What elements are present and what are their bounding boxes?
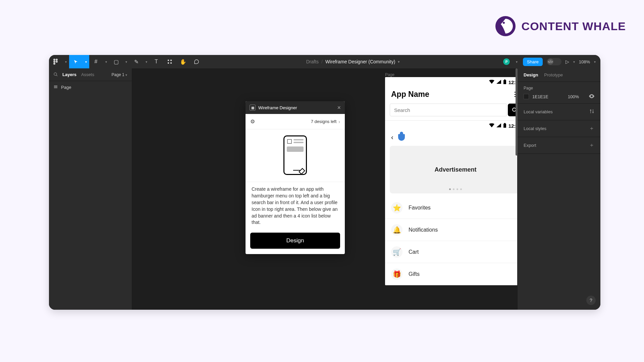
present-caret-icon[interactable]: ▾ — [573, 60, 575, 64]
tab-layers[interactable]: Layers — [62, 72, 76, 77]
star-icon: ⭐ — [391, 202, 402, 214]
plugin-prompt-text[interactable]: Create a wireframe for an app with hambu… — [246, 182, 345, 231]
dev-mode-icon: </> — [547, 59, 553, 65]
svg-rect-21 — [504, 123, 505, 124]
svg-rect-8 — [170, 60, 172, 61]
signal-icon — [496, 79, 501, 85]
close-icon[interactable]: × — [337, 104, 341, 111]
design-button[interactable]: Design — [250, 233, 340, 249]
share-button[interactable]: Share — [523, 58, 543, 66]
tab-assets[interactable]: Assets — [81, 72, 94, 77]
svg-rect-20 — [503, 124, 506, 128]
background-color-row[interactable]: 1E1E1E 100% — [524, 94, 594, 99]
plus-icon[interactable]: ＋ — [589, 142, 594, 149]
list-label: Gifts — [409, 271, 420, 277]
breadcrumb-separator: / — [321, 59, 323, 64]
chevron-right-icon[interactable]: › — [338, 119, 340, 124]
gift-icon: 🎁 — [391, 268, 402, 280]
eye-icon[interactable] — [589, 94, 594, 99]
sliders-icon[interactable] — [590, 109, 594, 115]
top-toolbar: ▾ ▾ # ▾ ▢ ▾ ✎ ▾ T ✋ Drafts / Wireframe D… — [49, 55, 600, 68]
avatar-caret-icon[interactable]: ▾ — [514, 55, 519, 68]
designs-remaining: 7 designs left — [311, 119, 337, 124]
resources-tool-icon[interactable] — [163, 55, 176, 68]
present-icon[interactable]: ▷ — [566, 59, 569, 64]
shape-caret-icon[interactable]: ▾ — [123, 55, 129, 68]
back-icon[interactable]: ‹ — [391, 133, 393, 141]
layer-item-page[interactable]: Page — [49, 81, 132, 93]
wifi-icon — [489, 79, 494, 85]
battery-icon — [503, 79, 506, 85]
color-swatch[interactable] — [524, 94, 529, 99]
status-bar: 12:30 — [385, 77, 517, 87]
svg-point-11 — [54, 73, 57, 75]
color-hex[interactable]: 1E1E1E — [532, 94, 548, 99]
layer-label: Page — [61, 85, 71, 90]
plugin-logo-icon: ▦ — [250, 105, 256, 111]
profile-icon[interactable] — [398, 134, 405, 141]
breadcrumb-file[interactable]: Wireframe Designer (Community) — [325, 59, 395, 64]
svg-rect-5 — [56, 61, 58, 63]
list-item[interactable]: ⭐ Favorites — [385, 197, 517, 219]
plugin-panel: ▦ Wireframe Designer × ⚙ 7 designs left … — [246, 101, 345, 254]
page-layer-icon — [54, 85, 58, 90]
list-label: Notifications — [409, 227, 438, 233]
dev-mode-toggle[interactable]: </> — [547, 58, 561, 65]
help-button[interactable]: ? — [586, 296, 596, 305]
frame-label[interactable]: Page — [385, 72, 394, 77]
page-selector[interactable]: Page 1 ▾ — [112, 72, 127, 77]
list-item[interactable]: 🔔 Notifications — [385, 219, 517, 241]
plus-icon[interactable]: ＋ — [589, 125, 594, 132]
comment-tool-icon[interactable] — [190, 55, 203, 68]
color-opacity[interactable]: 100% — [568, 94, 579, 99]
gear-icon[interactable]: ⚙ — [250, 118, 255, 125]
breadcrumb-drafts[interactable]: Drafts — [306, 59, 319, 64]
list-label: Favorites — [409, 205, 431, 211]
pen-tool-icon[interactable]: ✎ — [129, 55, 143, 68]
list-item[interactable]: 🎁 Gifts — [385, 263, 517, 285]
frame-tool-icon[interactable]: # — [89, 55, 103, 68]
svg-rect-6 — [53, 63, 55, 65]
menu-caret-icon[interactable]: ▾ — [62, 55, 69, 68]
hand-tool-icon[interactable]: ✋ — [176, 55, 190, 68]
svg-rect-9 — [168, 62, 169, 64]
scrollbar[interactable] — [516, 68, 518, 156]
wifi-icon — [489, 123, 494, 128]
pen-caret-icon[interactable]: ▾ — [143, 55, 150, 68]
mobile-frame[interactable]: 12:30 App Name ☰ 12:30 — [385, 77, 517, 285]
whale-logo-icon — [495, 15, 516, 37]
tab-prototype[interactable]: Prototype — [544, 72, 563, 77]
shape-tool-icon[interactable]: ▢ — [109, 55, 123, 68]
export-section[interactable]: Export ＋ — [518, 137, 600, 154]
text-tool-icon[interactable]: T — [150, 55, 163, 68]
figma-menu-icon[interactable] — [49, 55, 62, 68]
frame-caret-icon[interactable]: ▾ — [103, 55, 109, 68]
file-caret-icon[interactable]: ▾ — [398, 60, 400, 64]
breadcrumb[interactable]: Drafts / Wireframe Designer (Community) … — [203, 59, 503, 64]
move-tool-caret-icon[interactable]: ▾ — [83, 55, 89, 68]
zoom-level[interactable]: 108% — [579, 59, 590, 64]
svg-rect-17 — [504, 79, 505, 80]
search-icon[interactable] — [54, 72, 58, 77]
svg-rect-3 — [56, 59, 58, 61]
local-variables-section[interactable]: Local variables — [518, 104, 600, 120]
cart-icon: 🛒 — [391, 246, 402, 258]
signal-icon — [496, 123, 501, 128]
local-styles-section[interactable]: Local styles ＋ — [518, 120, 600, 137]
search-input[interactable] — [390, 104, 506, 116]
plugin-illustration — [246, 129, 345, 182]
svg-point-1 — [503, 22, 505, 24]
plugin-header[interactable]: ▦ Wireframe Designer × — [246, 101, 345, 114]
ad-label: Advertisement — [434, 166, 476, 173]
tab-design[interactable]: Design — [524, 72, 538, 77]
figma-window: ▾ ▾ # ▾ ▢ ▾ ✎ ▾ T ✋ Drafts / Wireframe D… — [49, 55, 600, 310]
status-bar-2: 12:30 — [385, 121, 517, 131]
user-avatar[interactable]: P — [503, 58, 510, 65]
ad-banner[interactable]: Advertisement — [390, 146, 517, 193]
canvas[interactable]: Page ▦ Wireframe Designer × ⚙ 7 designs … — [132, 68, 517, 310]
move-tool-icon[interactable] — [69, 55, 83, 68]
bell-icon: 🔔 — [391, 224, 402, 236]
list-item[interactable]: 🛒 Cart — [385, 241, 517, 263]
zoom-caret-icon[interactable]: ▾ — [594, 60, 596, 64]
svg-rect-4 — [53, 61, 55, 63]
